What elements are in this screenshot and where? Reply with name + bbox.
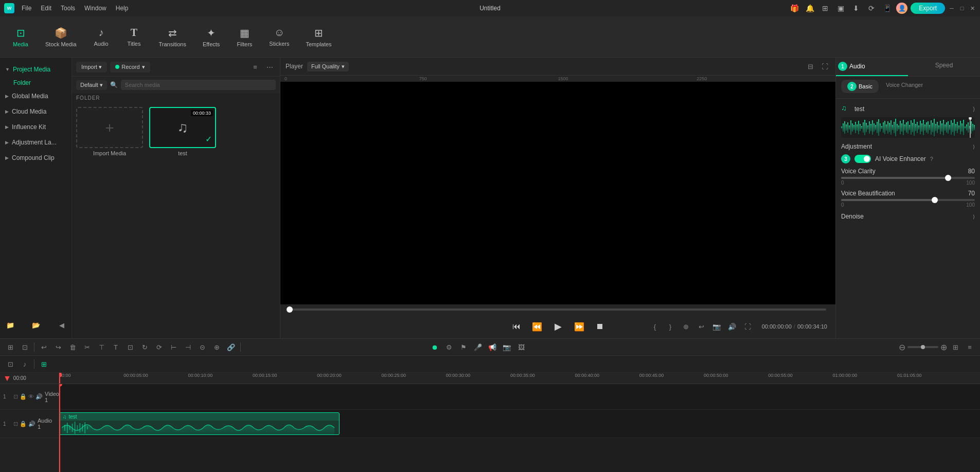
sidebar-item-cloud-media[interactable]: ▶ Cloud Media bbox=[0, 104, 72, 119]
media-item-test[interactable]: 00:00:33 ♫ ✓ test bbox=[149, 107, 216, 156]
tl-speaker-icon[interactable]: 📢 bbox=[486, 341, 498, 353]
delete-icon[interactable]: 🗑 bbox=[66, 341, 79, 353]
import-media-item[interactable]: ＋ Import Media bbox=[76, 107, 143, 156]
multicam-icon[interactable]: ⊡ bbox=[19, 341, 31, 353]
menu-window[interactable]: Window bbox=[80, 3, 111, 14]
step-forward-icon[interactable]: ⏩ bbox=[572, 319, 586, 334]
toolbar-item-media[interactable]: ⊡ Media bbox=[5, 24, 36, 50]
cut-icon[interactable]: ✂ bbox=[81, 341, 93, 353]
default-view-button[interactable]: Default ▾ bbox=[76, 80, 107, 90]
playhead-audio[interactable] bbox=[59, 410, 60, 438]
link-icon[interactable]: 🔗 bbox=[225, 341, 237, 353]
toolbar-item-filters[interactable]: ▦ Filters bbox=[229, 24, 260, 50]
sidebar-item-project-media[interactable]: ▼ Project Media bbox=[0, 62, 72, 77]
mark-in-icon[interactable]: { bbox=[649, 321, 661, 332]
voice-clarity-track[interactable] bbox=[841, 177, 975, 179]
minimize-button[interactable]: ─ bbox=[948, 5, 955, 12]
add-video-track-icon[interactable]: ⊡ bbox=[4, 358, 16, 370]
menu-file[interactable]: File bbox=[17, 3, 35, 14]
notification-icon[interactable]: 🔔 bbox=[804, 2, 816, 14]
video-mute-icon[interactable]: 🔊 bbox=[35, 393, 43, 400]
voice-clarity-thumb[interactable] bbox=[945, 175, 951, 181]
export-button[interactable]: Export bbox=[911, 3, 945, 14]
search-input[interactable] bbox=[121, 80, 276, 90]
record-button[interactable]: Record ▾ bbox=[110, 62, 150, 72]
layout2-icon[interactable]: ▣ bbox=[834, 2, 847, 14]
stop-icon[interactable]: ⏹ bbox=[593, 319, 607, 334]
skip-back-icon[interactable]: ⏮ bbox=[509, 319, 524, 334]
sidebar-item-global-media[interactable]: ▶ Global Media bbox=[0, 88, 72, 104]
loop-icon[interactable]: ↩ bbox=[696, 321, 707, 332]
crop-icon[interactable]: ⊡ bbox=[124, 341, 136, 353]
menu-tools[interactable]: Tools bbox=[57, 3, 79, 14]
audio-track-icon[interactable]: ⊡ bbox=[13, 421, 18, 427]
split-audio-icon[interactable]: ⊝ bbox=[196, 341, 208, 353]
grid-view-icon[interactable]: ⊞ bbox=[949, 341, 961, 353]
snapshot-icon[interactable]: 📷 bbox=[711, 321, 722, 332]
fullscreen-icon[interactable]: ⛶ bbox=[819, 61, 830, 72]
sync-icon[interactable]: ⟳ bbox=[865, 2, 878, 14]
avatar[interactable]: 👤 bbox=[896, 3, 907, 14]
sidebar-folder[interactable]: Folder bbox=[0, 77, 72, 88]
video-eye-icon[interactable]: 👁 bbox=[28, 393, 34, 400]
denoise-arrow-icon[interactable]: ⟩ bbox=[973, 214, 975, 220]
tl-settings-icon[interactable]: ⚙ bbox=[443, 341, 455, 353]
scene-detect-icon[interactable]: ⊞ bbox=[4, 341, 16, 353]
add-to-timeline-icon[interactable]: ⊕ bbox=[680, 321, 691, 332]
zoom-in-icon[interactable]: ⊕ bbox=[940, 342, 947, 352]
toolbar-item-templates[interactable]: ⊞ Templates bbox=[298, 24, 338, 50]
tab-voice-changer[interactable]: Voice Changer bbox=[880, 80, 929, 93]
import-button[interactable]: Import ▾ bbox=[76, 62, 107, 72]
split-view-icon[interactable]: ⊟ bbox=[805, 61, 816, 72]
zoom-out-icon[interactable]: ⊖ bbox=[899, 342, 905, 352]
expand-icon[interactable]: ⛶ bbox=[742, 321, 753, 332]
add-audio-track-icon[interactable]: ♪ bbox=[19, 358, 31, 370]
toolbar-item-transitions[interactable]: ⇄ Transitions bbox=[152, 24, 193, 50]
text-tool-icon[interactable]: T bbox=[110, 341, 122, 353]
volume-icon[interactable]: 🔊 bbox=[726, 321, 738, 332]
tab-basic[interactable]: 2 Basic bbox=[841, 80, 879, 93]
step-back-icon[interactable]: ⏪ bbox=[530, 319, 544, 334]
import-thumb[interactable]: ＋ bbox=[76, 107, 143, 148]
menu-help[interactable]: Help bbox=[112, 3, 133, 14]
track-head-icon[interactable]: ⊞ bbox=[38, 358, 50, 370]
download-icon[interactable]: ⬇ bbox=[850, 2, 862, 14]
tl-record-icon[interactable]: ⏺ bbox=[429, 341, 441, 353]
play-button[interactable]: ▶ bbox=[550, 319, 566, 334]
audio-lock-icon[interactable]: 🔒 bbox=[20, 421, 27, 427]
toolbar-item-stock[interactable]: 📦 Stock Media bbox=[38, 24, 84, 50]
scrubber-thumb[interactable] bbox=[287, 306, 293, 313]
layout1-icon[interactable]: ⊞ bbox=[819, 2, 831, 14]
toolbar-item-stickers[interactable]: ☺ Stickers bbox=[262, 24, 296, 50]
trim-start-icon[interactable]: ⊢ bbox=[167, 341, 180, 353]
trim-end-icon[interactable]: ⊣ bbox=[182, 341, 194, 353]
voice-beautification-thumb[interactable] bbox=[932, 197, 938, 203]
adjustment-arrow-icon[interactable]: ⟩ bbox=[973, 144, 975, 150]
filter-icon[interactable]: ≡ bbox=[249, 61, 261, 73]
collapse-icon[interactable]: ◀ bbox=[56, 319, 68, 331]
maximize-button[interactable]: □ bbox=[958, 5, 966, 12]
help-icon[interactable]: ? bbox=[930, 156, 933, 162]
add-bin-icon[interactable]: 📂 bbox=[30, 319, 42, 331]
toolbar-item-audio[interactable]: ♪ Audio bbox=[86, 24, 117, 50]
audio-mute-icon[interactable]: 🔊 bbox=[28, 421, 35, 427]
tab-speed[interactable]: Speed bbox=[908, 58, 980, 76]
more-options-icon[interactable]: ⋯ bbox=[263, 61, 276, 73]
ai-enhancer-toggle[interactable] bbox=[854, 155, 871, 163]
audio-clip-block[interactable]: ♫ test bbox=[59, 412, 340, 435]
audio-split-icon[interactable]: ⊤ bbox=[95, 341, 108, 353]
rotate-icon[interactable]: ⟳ bbox=[153, 341, 165, 353]
sidebar-item-influence-kit[interactable]: ▶ Influence Kit bbox=[0, 119, 72, 135]
undo-icon[interactable]: ↩ bbox=[38, 341, 50, 353]
sidebar-item-adjustment[interactable]: ▶ Adjustment La... bbox=[0, 135, 72, 150]
zoom-slider[interactable] bbox=[907, 346, 938, 348]
add-folder-icon[interactable]: 📁 bbox=[4, 319, 16, 331]
media-thumb-test[interactable]: 00:00:33 ♫ ✓ bbox=[149, 107, 216, 148]
tl-flag-icon[interactable]: ⚑ bbox=[457, 341, 470, 353]
close-button[interactable]: ✕ bbox=[969, 5, 976, 12]
quality-select[interactable]: Full Quality ▾ bbox=[307, 62, 349, 71]
mark-out-icon[interactable]: } bbox=[665, 321, 676, 332]
phone-icon[interactable]: 📱 bbox=[881, 2, 893, 14]
redo-icon[interactable]: ↪ bbox=[52, 341, 64, 353]
loop-icon[interactable]: ↻ bbox=[138, 341, 151, 353]
